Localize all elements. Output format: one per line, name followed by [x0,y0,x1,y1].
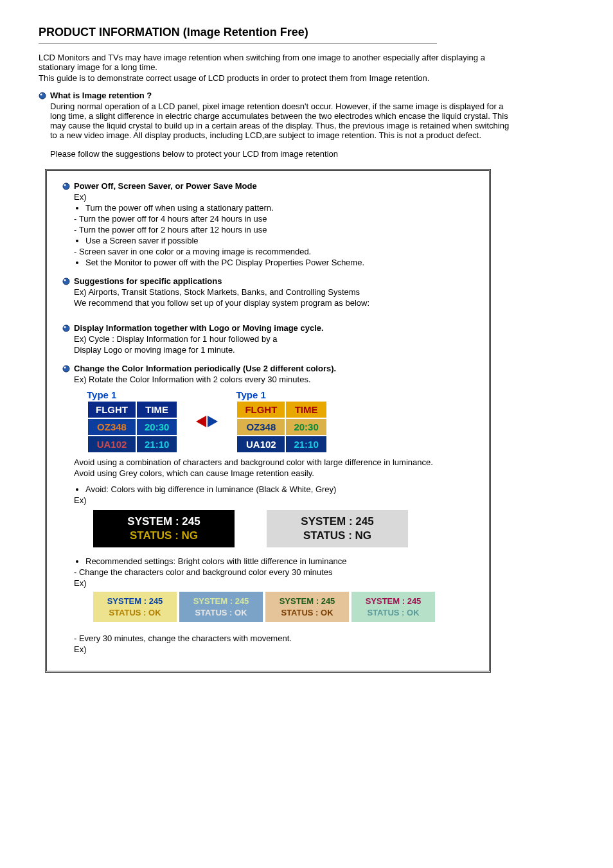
sec-specific-apps: Suggestions for specific applications Ex… [62,276,474,309]
ft-r2c2: 21:10 [136,436,177,453]
page-title: PRODUCT INFORMATION (Image Retention Fre… [39,26,574,39]
section-what-is: What is Image retention ? During normal … [39,91,574,160]
rec-b1: Recommended settings: Bright colors with… [85,556,435,566]
svg-point-0 [39,93,46,99]
ft2-r1c2: 20:30 [285,418,326,436]
svg-point-8 [63,366,69,372]
apps-title: Suggestions for specific applications [74,276,369,286]
rec-box-3: SYSTEM : 245 STATUS : OK [265,592,349,622]
power-b3: Set the Monitor to power off with the PC… [85,258,364,267]
svg-point-1 [40,93,42,95]
flight-table-left: FLGHTTIME OZ34820:30 UA10221:10 [87,400,178,454]
bullet-icon [62,182,74,190]
system-rec-row: SYSTEM : 245 STATUS : OK SYSTEM : 245 ST… [93,592,435,622]
suggestions-box: Power Off, Screen Saver, or Power Save M… [45,169,491,673]
avoid-l1: Avoid using a combination of characters … [74,457,435,467]
avoid-l2: Avoid using Grey colors, which can cause… [74,468,435,478]
logo-l2: Display Logo or moving image for 1 minut… [74,345,324,355]
ft2-r1c1: OZ348 [236,418,285,436]
svg-point-7 [64,326,66,328]
follow-line: Please follow the suggestions below to p… [50,149,513,159]
rec-l1: SYSTEM : 245 [351,596,435,607]
bullet-icon [39,92,50,100]
rec-l2: - Every 30 minutes, change the character… [74,633,435,643]
power-off-title: Power Off, Screen Saver, or Power Save M… [74,181,364,191]
type1-label-right: Type 1 [236,389,327,400]
rec-l2: STATUS : OK [179,607,263,619]
swap-arrows-icon [195,414,219,429]
what-is-body: During normal operation of a LCD panel, … [50,102,513,140]
bullet-icon [62,324,74,332]
sec-change-color: Change the Color Information periodicall… [62,364,474,655]
power-b1b: - Turn the power off for 2 hours after 1… [74,225,364,235]
rec-l1: SYSTEM : 245 [179,596,263,607]
apps-l1: Ex) Airports, Transit Stations, Stock Ma… [74,287,369,297]
flight-example: Type 1 FLGHTTIME OZ34820:30 UA10221:10 T… [87,389,435,454]
sys-l2: STATUS : NG [93,529,235,542]
bullet-icon [62,365,74,373]
logo-l1: Ex) Cycle : Display Information for 1 ho… [74,334,324,344]
ft-r2c1: UA102 [87,436,136,453]
svg-point-4 [63,278,69,285]
color-l1: Ex) Rotate the Color Information with 2 … [74,375,435,384]
ft2-r2c2: 21:10 [285,436,326,453]
sys-l1: SYSTEM : 245 [93,515,235,528]
ft-h1: FLGHT [87,401,136,418]
type1-label-left: Type 1 [87,389,178,400]
what-is-title: What is Image retention ? [50,91,513,100]
svg-point-6 [63,325,69,332]
ex-label-rec1: Ex) [74,578,435,588]
svg-point-3 [64,184,66,186]
power-b2: Use a Screen saver if possible [85,236,364,245]
ex-label-avoid: Ex) [74,495,435,505]
ft2-r2c1: UA102 [236,436,285,453]
ex-label-rec2: Ex) [74,644,435,654]
svg-point-5 [64,279,66,281]
svg-point-2 [63,183,69,190]
color-title: Change the Color Information periodicall… [74,364,435,373]
rec-box-1: SYSTEM : 245 STATUS : OK [93,592,177,622]
rec-box-2: SYSTEM : 245 STATUS : OK [179,592,263,622]
rec-box-4: SYSTEM : 245 STATUS : OK [351,592,435,622]
ft-r1c2: 20:30 [136,418,177,436]
flight-table-right: FLGHTTIME OZ34820:30 UA10221:10 [236,400,327,454]
sys-l2: STATUS : NG [267,529,408,542]
rec-l1: - Change the characters color and backgr… [74,567,435,577]
divider [39,43,437,44]
system-box-black: SYSTEM : 245 STATUS : NG [93,510,235,547]
ft2-h1: FLGHT [236,401,285,418]
apps-l2: We recommend that you follow set up of y… [74,298,369,308]
system-box-grey: SYSTEM : 245 STATUS : NG [267,510,408,547]
ex-label: Ex) [74,192,364,202]
power-b1a: - Turn the power off for 4 hours after 2… [74,214,364,224]
intro-p1: LCD Monitors and TVs may have image rete… [39,53,501,72]
svg-marker-11 [208,416,218,427]
avoid-b1: Avoid: Colors with big difference in lum… [85,484,435,494]
intro-p2: This guide is to demonstrate correct usa… [39,73,501,83]
sec-logo-cycle: Display Information together with Logo o… [62,323,474,356]
system-avoid-row: SYSTEM : 245 STATUS : NG SYSTEM : 245 ST… [93,510,435,547]
intro-block: LCD Monitors and TVs may have image rete… [39,53,501,83]
rec-l2: STATUS : OK [351,607,435,619]
power-b2a: - Screen saver in one color or a moving … [74,247,364,256]
rec-l1: SYSTEM : 245 [265,596,349,607]
rec-l2: STATUS : OK [265,607,349,619]
rec-l2: STATUS : OK [93,607,177,619]
rec-l1: SYSTEM : 245 [93,596,177,607]
svg-point-9 [64,366,66,368]
svg-marker-10 [196,416,206,427]
power-b1: Turn the power off when using a stationa… [85,203,364,213]
sys-l1: SYSTEM : 245 [267,515,408,528]
sec-power-off: Power Off, Screen Saver, or Power Save M… [62,181,474,269]
logo-title: Display Information together with Logo o… [74,323,324,333]
bullet-icon [62,278,74,285]
ft-h2: TIME [136,401,177,418]
ft2-h2: TIME [285,401,326,418]
ft-r1c1: OZ348 [87,418,136,436]
